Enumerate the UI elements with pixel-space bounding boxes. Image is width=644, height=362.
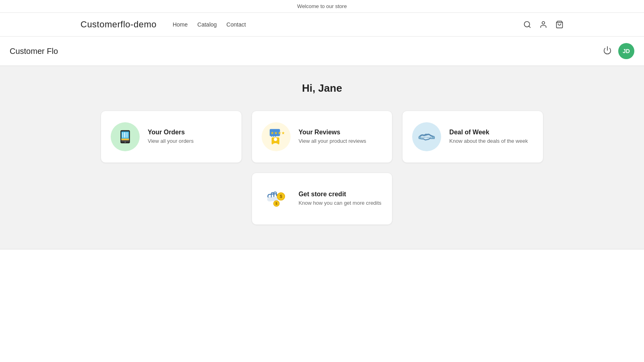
greeting: Hi, Jane [80, 82, 564, 95]
deal-icon-wrap [412, 122, 441, 151]
svg-rect-10 [124, 132, 125, 138]
svg-rect-11 [126, 132, 126, 138]
store-logo[interactable]: Customerflo-demo [80, 19, 157, 30]
announcement-bar: Welcome to our store [0, 0, 644, 13]
card-orders[interactable]: Your Orders View all your orders [101, 111, 242, 163]
svg-text:$: $ [280, 194, 283, 199]
orders-card-text: Your Orders View all your orders [148, 129, 194, 145]
orders-title: Your Orders [148, 129, 194, 136]
svg-point-20 [275, 136, 276, 137]
svg-line-1 [529, 26, 530, 28]
svg-point-15 [125, 142, 126, 143]
reviews-description: View all your product reviews [299, 138, 366, 145]
deal-icon [417, 127, 436, 146]
cart-icon[interactable] [555, 21, 564, 29]
store-credit-description: Know how you can get more credits [299, 200, 382, 207]
card-reviews[interactable]: ★★★★ Your Reviews View all your product … [252, 111, 393, 163]
footer-area [0, 249, 644, 341]
svg-rect-9 [124, 132, 124, 138]
announcement-text: Welcome to our store [297, 3, 347, 9]
store-credit-icon: $ $ [265, 187, 287, 210]
placeholder-1 [101, 173, 242, 225]
svg-rect-14 [121, 138, 129, 140]
deal-description: Know about the deals of the week [449, 138, 528, 145]
account-icon[interactable] [539, 21, 547, 29]
svg-rect-8 [122, 132, 123, 138]
svg-rect-12 [127, 132, 127, 138]
store-credit-card-text: Get store credit Know how you can get mo… [299, 191, 382, 207]
store-nav-icons [523, 21, 564, 29]
svg-point-2 [542, 22, 545, 25]
svg-text:★★★★: ★★★★ [270, 131, 285, 135]
svg-text:$: $ [275, 202, 277, 206]
orders-icon-wrap [111, 122, 140, 151]
orders-description: View all your orders [148, 138, 194, 145]
nav-link-catalog[interactable]: Catalog [197, 21, 217, 28]
deal-title: Deal of Week [449, 129, 528, 136]
reviews-icon: ★★★★ [266, 127, 286, 146]
svg-rect-13 [128, 132, 128, 138]
app-header: Customer Flo JD [0, 37, 644, 66]
svg-point-19 [273, 136, 274, 137]
app-header-right: JD [603, 43, 634, 59]
card-deal[interactable]: Deal of Week Know about the deals of the… [402, 111, 543, 163]
cards-grid-row2: $ $ Get store credit Know how you can ge… [101, 173, 543, 225]
placeholder-2 [402, 173, 543, 225]
orders-icon [116, 128, 134, 146]
store-credit-icon-wrap: $ $ [262, 184, 291, 213]
card-store-credit[interactable]: $ $ Get store credit Know how you can ge… [252, 173, 393, 225]
app-title: Customer Flo [10, 47, 58, 56]
store-credit-title: Get store credit [299, 191, 382, 198]
reviews-card-text: Your Reviews View all your product revie… [299, 129, 366, 145]
store-nav-links: Home Catalog Contact [173, 21, 523, 28]
svg-point-22 [274, 138, 277, 141]
reviews-title: Your Reviews [299, 129, 366, 136]
cards-grid-row1: Your Orders View all your orders ★★★★ [101, 111, 543, 163]
search-icon[interactable] [523, 21, 531, 29]
deal-card-text: Deal of Week Know about the deals of the… [449, 129, 528, 145]
main-content: Hi, Jane [0, 66, 644, 249]
avatar[interactable]: JD [618, 43, 634, 59]
nav-link-contact[interactable]: Contact [227, 21, 246, 28]
power-icon[interactable] [603, 46, 612, 57]
nav-link-home[interactable]: Home [173, 21, 188, 28]
svg-point-18 [271, 136, 272, 137]
store-nav: Customerflo-demo Home Catalog Contact [0, 13, 644, 37]
reviews-icon-wrap: ★★★★ [262, 122, 291, 151]
